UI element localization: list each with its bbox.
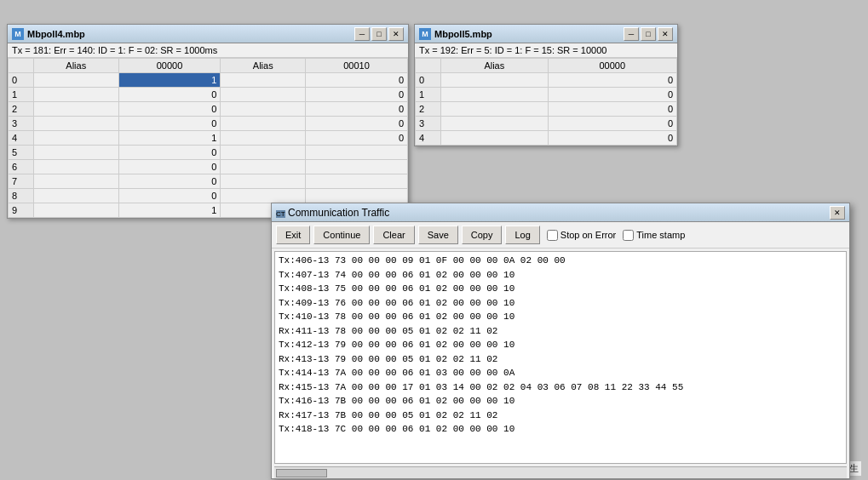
time-stamp-group: Time stamp: [623, 230, 685, 241]
alias-cell: [34, 117, 119, 131]
value2-cell: 0: [306, 102, 408, 117]
mbpoll4-minimize[interactable]: ─: [354, 27, 370, 41]
list-item: Tx:416-13 7B 00 00 00 06 01 02 00 00 00 …: [279, 394, 842, 409]
table-row: 40: [416, 131, 677, 146]
list-item: Rx:411-13 78 00 00 00 05 01 02 02 11 02: [279, 324, 842, 339]
comm-traffic-window: CT Communication Traffic ✕ Exit Continue…: [271, 203, 850, 479]
list-item: Tx:408-13 75 00 00 00 06 01 02 00 00 00 …: [279, 282, 842, 296]
alias-cell: [34, 102, 119, 117]
alias-cell: [34, 203, 119, 218]
row-number: 1: [416, 88, 441, 102]
value-cell: 0: [548, 73, 676, 88]
mbpoll5-grid: Alias 00000 0010203040: [415, 58, 677, 146]
row-number: 1: [9, 88, 34, 102]
mbpoll4-title: Mbpoll4.mbp: [27, 29, 85, 39]
row-number: 2: [416, 102, 441, 117]
alias-cell: [34, 73, 119, 88]
row-number: 4: [9, 131, 34, 146]
table-row: 80: [9, 189, 408, 203]
alias2-cell: [221, 88, 306, 102]
comm-titlebar: CT Communication Traffic ✕: [272, 203, 849, 222]
value-cell: 0: [548, 102, 676, 117]
copy-button[interactable]: Copy: [462, 226, 503, 244]
comm-title-area: CT Communication Traffic: [276, 207, 389, 219]
value-cell: 1: [118, 203, 221, 218]
alias2-cell: [221, 146, 306, 160]
mbpoll5-titlebar: M Mbpoll5.mbp ─ □ ✕: [415, 25, 677, 43]
mbpoll5-controls: ─ □ ✕: [624, 27, 673, 41]
mbpoll4-close[interactable]: ✕: [388, 27, 404, 41]
mbpoll5-window: M Mbpoll5.mbp ─ □ ✕ Tx = 192: Err = 5: I…: [414, 24, 678, 146]
value2-cell: [306, 160, 408, 174]
alias2-cell: [221, 189, 306, 203]
mbpoll5-col2-header: 00000: [548, 59, 676, 73]
table-row: 30: [416, 117, 677, 131]
mbpoll5-minimize[interactable]: ─: [624, 27, 639, 41]
mbpoll5-close[interactable]: ✕: [658, 27, 673, 41]
list-item: Rx:415-13 7A 00 00 00 17 01 03 14 00 02 …: [279, 380, 842, 395]
list-item: Tx:407-13 74 00 00 00 06 01 02 00 00 00 …: [279, 268, 842, 283]
alias-cell: [441, 88, 549, 102]
log-button[interactable]: Log: [505, 226, 539, 244]
mbpoll4-icon: M: [12, 28, 24, 40]
value-cell: 0: [118, 146, 221, 160]
value2-cell: [306, 189, 408, 203]
mbpoll4-title-area: M Mbpoll4.mbp: [12, 28, 85, 40]
list-item: Tx:412-13 79 00 00 00 06 01 02 00 00 00 …: [279, 338, 842, 352]
alias-cell: [441, 117, 549, 131]
list-item: Rx:413-13 79 00 00 00 05 01 02 02 11 02: [279, 352, 842, 367]
alias-cell: [441, 131, 549, 146]
row-number: 9: [9, 203, 34, 218]
traffic-content[interactable]: Tx:406-13 73 00 00 00 09 01 0F 00 00 00 …: [274, 251, 847, 464]
mbpoll5-maximize[interactable]: □: [641, 27, 656, 41]
table-row: 00: [416, 73, 677, 88]
alias2-cell: [221, 117, 306, 131]
value-cell: 0: [548, 117, 676, 131]
exit-button[interactable]: Exit: [276, 226, 310, 244]
stop-on-error-label: Stop on Error: [560, 230, 616, 240]
alias2-cell: [221, 73, 306, 88]
comm-icon: CT: [276, 210, 285, 218]
value2-cell: 0: [306, 88, 408, 102]
mbpoll4-maximize[interactable]: □: [371, 27, 387, 41]
mbpoll4-titlebar: M Mbpoll4.mbp ─ □ ✕: [8, 25, 408, 43]
comm-title: Communication Traffic: [288, 207, 389, 219]
row-number: 2: [9, 102, 34, 117]
alias2-cell: [221, 174, 306, 189]
stop-on-error-group: Stop on Error: [547, 230, 616, 241]
continue-button[interactable]: Continue: [313, 226, 370, 244]
row-number: 0: [416, 73, 441, 88]
mbpoll4-controls: ─ □ ✕: [354, 27, 404, 41]
row-number: 5: [9, 146, 34, 160]
mbpoll5-title-area: M Mbpoll5.mbp: [419, 28, 492, 40]
save-button[interactable]: Save: [418, 226, 458, 244]
time-stamp-checkbox[interactable]: [623, 230, 634, 241]
comm-close[interactable]: ✕: [830, 206, 845, 220]
row-number: 0: [9, 73, 34, 88]
row-number: 3: [9, 117, 34, 131]
stop-on-error-checkbox[interactable]: [547, 230, 558, 241]
clear-button[interactable]: Clear: [373, 226, 414, 244]
alias-cell: [34, 131, 119, 146]
list-item: Tx:409-13 76 00 00 00 06 01 02 00 00 00 …: [279, 296, 842, 311]
mbpoll4-rownum-header: [9, 59, 34, 73]
comm-controls: ✕: [830, 206, 845, 220]
alias-cell: [441, 102, 549, 117]
table-row: 20: [416, 102, 677, 117]
value2-cell: 0: [306, 73, 408, 88]
mbpoll4-alias2-header: Alias: [221, 59, 306, 73]
alias2-cell: [221, 160, 306, 174]
table-row: 50: [9, 146, 408, 160]
table-row: 200: [9, 102, 408, 117]
time-stamp-label: Time stamp: [636, 230, 685, 240]
value-cell: 1: [118, 131, 221, 146]
table-row: 100: [9, 88, 408, 102]
alias-cell: [34, 174, 119, 189]
alias2-cell: [221, 131, 306, 146]
row-number: 4: [416, 131, 441, 146]
horizontal-scrollbar[interactable]: [274, 466, 847, 478]
table-row: 70: [9, 174, 408, 189]
table-row: 10: [416, 88, 677, 102]
alias-cell: [34, 160, 119, 174]
value-cell: 1: [118, 73, 221, 88]
